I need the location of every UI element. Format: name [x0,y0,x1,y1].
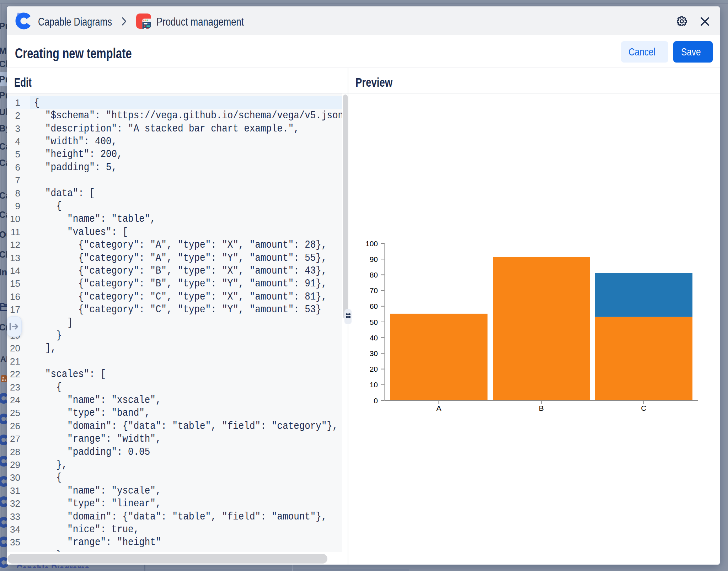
svg-text:0: 0 [374,397,378,405]
svg-text:C: C [641,404,646,412]
svg-text:50: 50 [370,318,378,326]
svg-text:10: 10 [370,381,378,389]
svg-text:70: 70 [370,286,378,295]
svg-text:60: 60 [370,302,378,310]
svg-text:30: 30 [370,349,378,357]
svg-text:80: 80 [370,271,378,279]
svg-text:40: 40 [370,334,378,342]
svg-text:B: B [539,404,544,412]
svg-text:90: 90 [370,255,378,263]
svg-text:A: A [436,404,441,412]
svg-text:20: 20 [370,365,378,373]
svg-text:100: 100 [365,239,378,248]
